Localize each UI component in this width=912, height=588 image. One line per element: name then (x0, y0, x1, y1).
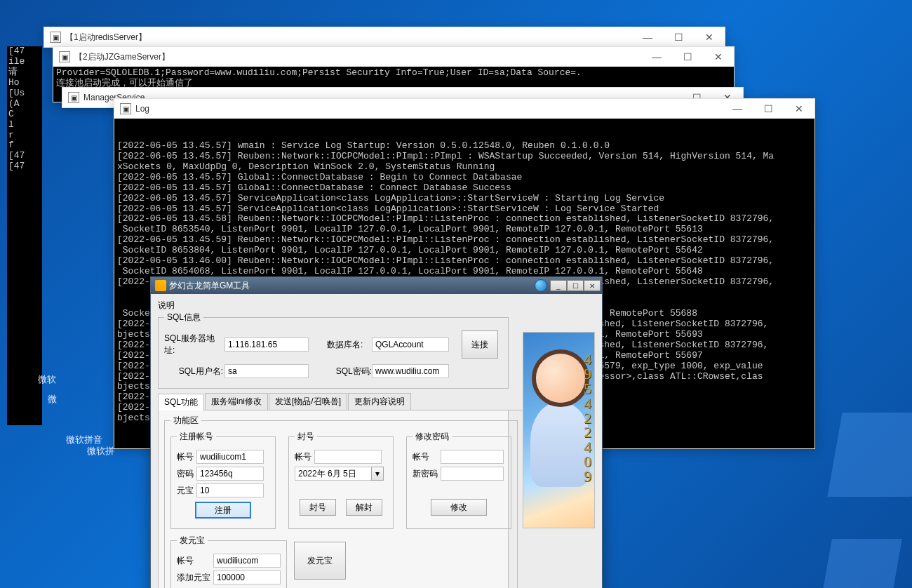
close-button[interactable]: ✕ (694, 27, 725, 47)
input-ban-acc[interactable] (314, 450, 382, 464)
input-sendgold-amount[interactable] (213, 570, 281, 584)
input-server-addr[interactable] (224, 338, 309, 352)
window-gm-tool: 梦幻古龙简单GM工具 _ ☐ ✕ 说明 SQL信息 SQL服务器地址: 数据库名… (150, 276, 603, 588)
minimize-button[interactable]: — (632, 27, 663, 47)
window-title: 【1启动redisServer】 (65, 32, 632, 44)
maximize-button[interactable]: ☐ (753, 99, 784, 119)
date-picker-button[interactable]: ▾ (371, 467, 384, 481)
maximize-button[interactable]: ☐ (567, 280, 584, 291)
label-gold: 元宝 (177, 485, 196, 497)
ime-label: 微 (43, 392, 61, 407)
group-sql-info: SQL信息 SQL服务器地址: 数据库名: 连接 SQL用户名: SQL密码: (158, 312, 509, 389)
tab-sql[interactable]: SQL功能 (158, 394, 204, 410)
send-gold-button[interactable]: 发元宝 (294, 542, 346, 580)
label-db: 数据库名: (327, 339, 372, 351)
input-db-name[interactable] (372, 338, 449, 352)
label-acc: 帐号 (177, 555, 213, 567)
label-acc: 帐号 (295, 451, 314, 463)
minimize-button[interactable]: — (641, 47, 672, 67)
titlebar-log: ▣ Log — ☐ ✕ (114, 99, 814, 119)
titlebar-gm: 梦幻古龙简单GM工具 _ ☐ ✕ (151, 277, 602, 294)
group-change-pwd: 修改密码 帐号 新密码 修改 (406, 431, 511, 529)
app-icon (155, 280, 166, 291)
input-chpwd-acc[interactable] (441, 450, 504, 464)
window-title: Log (135, 104, 722, 114)
window-title: 梦幻古龙简单GM工具 (169, 280, 250, 292)
legend-sendgold: 发元宝 (177, 535, 208, 547)
connect-button[interactable]: 连接 (462, 330, 498, 359)
label-pwd: 密码 (177, 468, 196, 480)
input-reg-acc[interactable] (196, 450, 264, 464)
ime-label: 微软 (34, 372, 60, 387)
section-header: 说明 (158, 300, 595, 312)
side-illustration: 4 9 5 4 2 2 4 0 9 旧城 (523, 332, 595, 528)
input-reg-gold[interactable] (196, 483, 264, 497)
tab-pane-sql: 功能区 注册帐号 帐号 密码 元宝 注册 (158, 410, 509, 588)
legend-sql: SQL信息 (164, 312, 203, 323)
maximize-button[interactable]: ☐ (672, 47, 703, 67)
legend-ban: 封号 (295, 431, 317, 443)
input-chpwd-new[interactable] (441, 467, 504, 481)
terminal-left-edge: [47 ile 请 Ho [Us (A C l r f [47 [47 (7, 46, 42, 425)
side-digits: 4 9 5 4 2 2 4 0 9 (584, 352, 591, 484)
window-redis: ▣ 【1启动redisServer】 — ☐ ✕ (43, 27, 725, 48)
app-icon: ▣ (68, 92, 79, 103)
window-title: 【2启动JZGameServer】 (74, 51, 641, 63)
tab-update[interactable]: 更新内容说明 (348, 393, 411, 410)
legend-register: 注册帐号 (177, 431, 216, 443)
minimize-button[interactable]: — (722, 99, 753, 119)
group-register: 注册帐号 帐号 密码 元宝 注册 (170, 431, 276, 529)
titlebar-gameserver: ▣ 【2启动JZGameServer】 — ☐ ✕ (53, 47, 734, 67)
input-pwd[interactable] (372, 364, 449, 378)
input-reg-pwd[interactable] (196, 467, 264, 481)
close-button[interactable]: ✕ (784, 99, 814, 119)
legend-chpwd: 修改密码 (413, 431, 452, 443)
input-sendgold-acc[interactable] (213, 554, 281, 568)
unban-button[interactable]: 解封 (346, 499, 382, 516)
group-func: 功能区 注册帐号 帐号 密码 元宝 注册 (164, 415, 518, 588)
label-server-addr: SQL服务器地址: (164, 333, 224, 356)
app-icon: ▣ (120, 103, 131, 114)
change-pwd-button[interactable]: 修改 (431, 499, 487, 516)
label-newpwd: 新密码 (413, 468, 441, 480)
app-icon: ▣ (50, 32, 61, 43)
close-button[interactable]: ✕ (584, 280, 601, 291)
minimize-button[interactable]: _ (550, 280, 567, 291)
ban-button[interactable]: 封号 (300, 499, 336, 516)
close-button[interactable]: ✕ (703, 47, 734, 67)
label-pwd: SQL密码: (327, 366, 372, 377)
log-lines: [2022-06-05 13.45.57] wmain : Service Lo… (117, 141, 812, 288)
tab-ini[interactable]: 服务端ini修改 (205, 393, 268, 410)
label-user: SQL用户名: (164, 366, 224, 377)
register-button[interactable]: 注册 (195, 502, 251, 519)
group-ban: 封号 帐号 ▾ 封号 解封 (288, 431, 394, 529)
label-acc: 帐号 (413, 451, 441, 463)
tab-send[interactable]: 发送[物品/召唤兽] (269, 393, 347, 410)
ime-label: 微软拼 (83, 443, 119, 459)
maximize-button[interactable]: ☐ (663, 27, 694, 47)
legend-func: 功能区 (170, 415, 201, 427)
app-icon: ▣ (59, 51, 70, 62)
input-ban-date[interactable] (295, 467, 372, 481)
label-addgold: 添加元宝 (177, 572, 213, 584)
input-user[interactable] (224, 364, 309, 378)
label-acc: 帐号 (177, 451, 196, 463)
help-orb-icon[interactable] (535, 279, 547, 292)
titlebar-redis: ▣ 【1启动redisServer】 — ☐ ✕ (44, 27, 725, 47)
group-send-gold: 发元宝 帐号 添加元宝 (170, 535, 287, 588)
